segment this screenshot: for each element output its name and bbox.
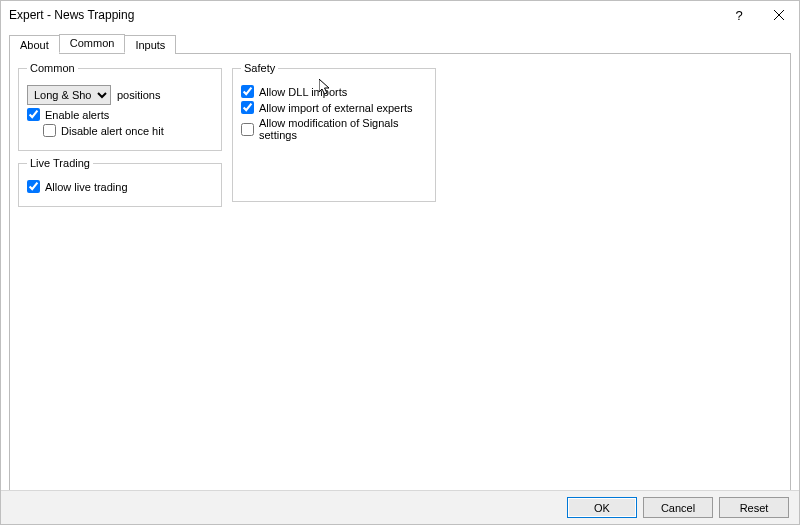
tab-label: Common [70, 37, 115, 49]
allow-signals-mod-checkbox[interactable]: Allow modification of Signals settings [241, 117, 427, 141]
allow-ext-experts-input[interactable] [241, 101, 254, 114]
titlebar-buttons: ? [719, 1, 799, 29]
allow-live-trading-label: Allow live trading [45, 181, 128, 193]
tab-strip: About Common Inputs [9, 33, 791, 52]
allow-dll-input[interactable] [241, 85, 254, 98]
allow-signals-mod-input[interactable] [241, 123, 254, 136]
enable-alerts-checkbox[interactable]: Enable alerts [27, 108, 109, 121]
disable-alert-once-input[interactable] [43, 124, 56, 137]
button-label: Cancel [661, 502, 695, 514]
help-icon: ? [735, 8, 742, 23]
ok-button[interactable]: OK [567, 497, 637, 518]
close-icon [774, 10, 784, 20]
help-button[interactable]: ? [719, 1, 759, 29]
close-button[interactable] [759, 1, 799, 29]
tab-label: About [20, 39, 49, 51]
enable-alerts-input[interactable] [27, 108, 40, 121]
disable-alert-once-label: Disable alert once hit [61, 125, 164, 137]
tab-common[interactable]: Common [59, 34, 126, 53]
allow-ext-experts-label: Allow import of external experts [259, 102, 412, 114]
group-legend: Safety [241, 62, 278, 74]
allow-live-trading-checkbox[interactable]: Allow live trading [27, 180, 128, 193]
button-label: Reset [740, 502, 769, 514]
tab-label: Inputs [135, 39, 165, 51]
button-label: OK [594, 502, 610, 514]
group-live-trading: Live Trading Allow live trading [18, 157, 222, 207]
reset-button[interactable]: Reset [719, 497, 789, 518]
group-legend: Common [27, 62, 78, 74]
tab-about[interactable]: About [9, 35, 60, 54]
group-legend: Live Trading [27, 157, 93, 169]
tab-inputs[interactable]: Inputs [124, 35, 176, 54]
cancel-button[interactable]: Cancel [643, 497, 713, 518]
allow-dll-checkbox[interactable]: Allow DLL imports [241, 85, 347, 98]
dialog-content: About Common Inputs Common Long & Short … [1, 29, 799, 490]
positions-label: positions [117, 89, 160, 101]
allow-ext-experts-checkbox[interactable]: Allow import of external experts [241, 101, 412, 114]
disable-alert-once-checkbox[interactable]: Disable alert once hit [43, 124, 164, 137]
tab-body-common: Common Long & Short positions Enable ale… [9, 53, 791, 515]
allow-signals-mod-label: Allow modification of Signals settings [259, 117, 427, 141]
enable-alerts-label: Enable alerts [45, 109, 109, 121]
group-common: Common Long & Short positions Enable ale… [18, 62, 222, 151]
allow-live-trading-input[interactable] [27, 180, 40, 193]
positions-select[interactable]: Long & Short [27, 85, 111, 105]
window-title: Expert - News Trapping [9, 8, 719, 22]
titlebar: Expert - News Trapping ? [1, 1, 799, 29]
dialog-footer: OK Cancel Reset [1, 490, 799, 524]
group-safety: Safety Allow DLL imports Allow import of… [232, 62, 436, 202]
allow-dll-label: Allow DLL imports [259, 86, 347, 98]
